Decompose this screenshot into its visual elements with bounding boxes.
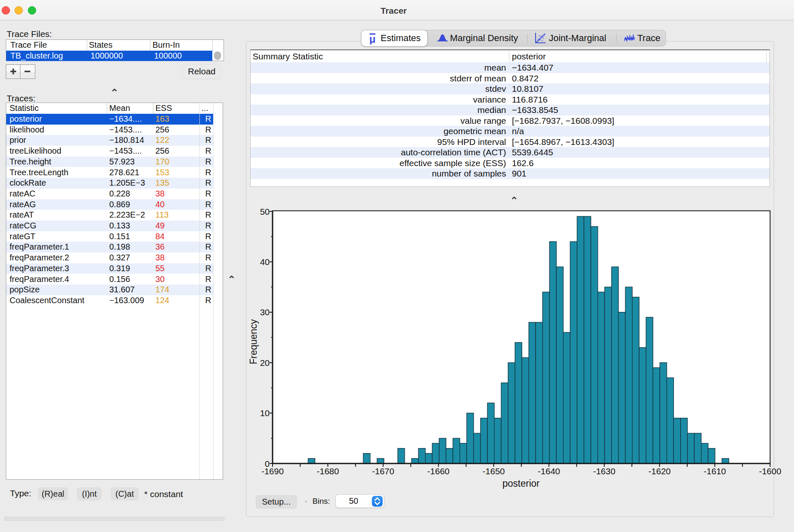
svg-text:-1600: -1600 bbox=[759, 466, 782, 476]
svg-text:0: 0 bbox=[265, 459, 270, 468]
svg-text:μ: μ bbox=[369, 33, 376, 44]
svg-text:-1620: -1620 bbox=[649, 466, 671, 476]
svg-text:40: 40 bbox=[260, 257, 270, 267]
svg-text:10: 10 bbox=[260, 408, 270, 418]
svg-text:20: 20 bbox=[260, 358, 270, 368]
svg-text:30: 30 bbox=[260, 307, 270, 317]
svg-text:-1650: -1650 bbox=[482, 466, 505, 476]
svg-text:Frequency: Frequency bbox=[248, 319, 259, 364]
svg-text:posterior: posterior bbox=[502, 478, 540, 489]
svg-text:50: 50 bbox=[260, 207, 270, 216]
svg-text:-1630: -1630 bbox=[593, 466, 615, 476]
svg-text:-1670: -1670 bbox=[372, 466, 394, 476]
svg-text:-1660: -1660 bbox=[427, 466, 450, 476]
svg-text:-1680: -1680 bbox=[317, 466, 339, 476]
svg-text:-1610: -1610 bbox=[704, 466, 726, 476]
svg-text:-1640: -1640 bbox=[538, 466, 560, 476]
